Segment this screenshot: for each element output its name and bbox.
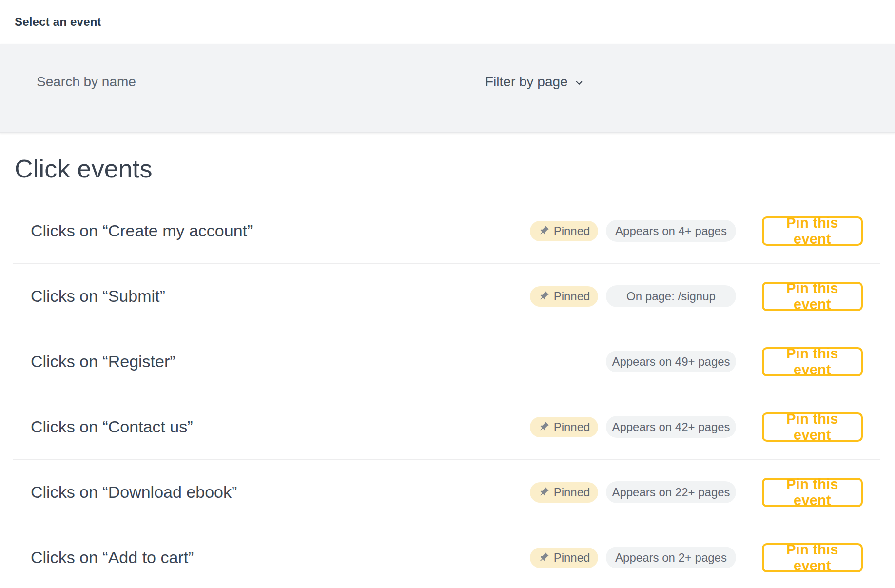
pinned-badge-slot: Pinned — [530, 417, 598, 437]
search-input[interactable] — [24, 74, 430, 93]
page-info-pill: Appears on 49+ pages — [606, 351, 736, 372]
pushpin-icon — [536, 419, 552, 435]
pin-this-event-button[interactable]: Pin this event — [762, 347, 863, 376]
event-row: Clicks on “Contact us” Pinned Appears on… — [13, 394, 880, 459]
event-row: Clicks on “Register” Pinned Appears on 4… — [13, 329, 880, 394]
pushpin-icon — [536, 288, 552, 304]
pushpin-icon — [536, 549, 552, 566]
pinned-badge-slot: Pinned — [530, 221, 598, 241]
page-info-pill: Appears on 2+ pages — [606, 547, 736, 568]
pinned-badge-label: Pinned — [554, 420, 590, 434]
pinned-badge: Pinned — [530, 221, 598, 241]
pin-this-event-button[interactable]: Pin this event — [762, 543, 863, 572]
page-title: Select an event — [15, 15, 101, 29]
pinned-badge: Pinned — [530, 548, 598, 568]
pinned-badge-label: Pinned — [554, 551, 590, 565]
pinned-badge-label: Pinned — [554, 224, 590, 238]
event-name: Clicks on “Contact us” — [13, 417, 530, 436]
page-info-pill: Appears on 4+ pages — [606, 220, 736, 242]
page-info-pill: Appears on 22+ pages — [606, 481, 736, 503]
pinned-badge-label: Pinned — [554, 486, 590, 499]
pinned-badge: Pinned — [530, 482, 598, 503]
pushpin-icon — [536, 484, 552, 500]
pinned-badge: Pinned — [530, 286, 598, 307]
pinned-badge-slot: Pinned — [530, 352, 598, 372]
filter-by-page-dropdown[interactable]: Filter by page — [475, 69, 880, 98]
section-heading: Click events — [15, 155, 895, 182]
pin-this-event-button[interactable]: Pin this event — [762, 478, 863, 507]
pushpin-icon — [536, 223, 552, 239]
panel-header: Select an event — [0, 0, 895, 44]
pin-this-event-button[interactable]: Pin this event — [762, 412, 863, 442]
page-info-pill: Appears on 42+ pages — [606, 416, 736, 438]
select-event-panel: Select an event Filter by page Click eve… — [0, 0, 895, 588]
event-name: Clicks on “Create my account” — [13, 221, 530, 240]
event-list: Clicks on “Create my account” Pinned App… — [0, 198, 895, 588]
filter-dropdown-label: Filter by page — [485, 74, 568, 90]
pinned-badge: Pinned — [530, 417, 598, 437]
event-row: Clicks on “Submit” Pinned On page: /sign… — [13, 263, 880, 329]
filter-bar: Filter by page — [0, 44, 895, 133]
event-name: Clicks on “Submit” — [13, 287, 530, 306]
event-name: Clicks on “Add to cart” — [13, 548, 530, 567]
page-info-pill: On page: /signup — [606, 285, 736, 307]
event-row: Clicks on “Add to cart” Pinned Appears o… — [13, 525, 880, 588]
pinned-badge-label: Pinned — [554, 290, 590, 303]
search-field[interactable] — [24, 69, 430, 98]
pinned-badge-slot: Pinned — [530, 286, 598, 307]
chevron-down-icon — [573, 77, 585, 89]
event-row: Clicks on “Create my account” Pinned App… — [13, 198, 880, 263]
pin-this-event-button[interactable]: Pin this event — [762, 216, 863, 246]
pinned-badge-slot: Pinned — [530, 548, 598, 568]
event-row: Clicks on “Download ebook” Pinned Appear… — [13, 459, 880, 525]
pinned-badge-slot: Pinned — [530, 482, 598, 503]
event-name: Clicks on “Download ebook” — [13, 483, 530, 502]
pin-this-event-button[interactable]: Pin this event — [762, 282, 863, 311]
event-name: Clicks on “Register” — [13, 352, 530, 371]
